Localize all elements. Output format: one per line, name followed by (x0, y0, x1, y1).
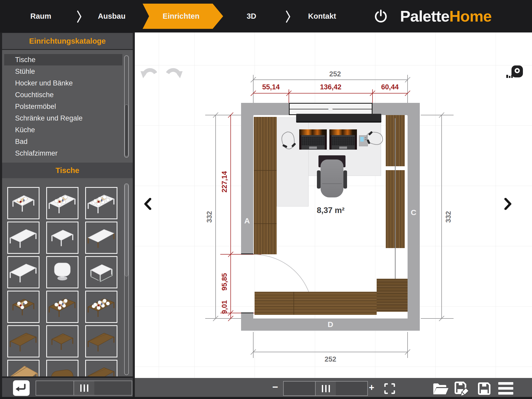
thumb-desk-white-metal-frame[interactable] (85, 256, 117, 288)
sidebar-item-küche[interactable]: Küche (4, 124, 122, 136)
thumb-table-pine-big[interactable] (7, 360, 39, 376)
top-nav-bar: RaumAusbauEinrichten3DKontakt PaletteHom… (0, 0, 532, 32)
chevron-separator-icon (77, 10, 82, 23)
nav-item-einrichten[interactable]: Einrichten (158, 0, 204, 32)
palette-home-app: RaumAusbauEinrichten3DKontakt PaletteHom… (0, 0, 532, 399)
pan-left-arrow[interactable] (144, 198, 152, 210)
save-icon[interactable] (477, 381, 492, 396)
zoom-out-button[interactable]: − (272, 382, 278, 393)
measuring-tape-icon[interactable] (506, 65, 523, 78)
thumbnail-scrollbar-thumb[interactable] (125, 184, 128, 276)
sidebar-item-polstermöbel[interactable]: Polstermöbel (4, 101, 122, 112)
slider-left-cell[interactable] (36, 381, 74, 395)
dimension-label-top_total: 252 (329, 70, 341, 78)
catalog-header-label: Einrichtungskataloge (29, 37, 106, 45)
sidebar-item-stühle[interactable]: Stühle (4, 66, 122, 77)
dimension-line (421, 115, 454, 115)
nav-item-3d[interactable]: 3D (228, 0, 275, 32)
dimension-line (205, 318, 243, 319)
door-jamb-top (241, 254, 253, 254)
sidebar-item-schränke-und-regale[interactable]: Schränke und Regale (4, 112, 122, 124)
thumb-table-wood-long[interactable] (7, 325, 39, 357)
dimension-line (230, 115, 231, 318)
sidebar-bottom-toolbar (2, 378, 133, 397)
redo-icon[interactable] (165, 61, 183, 81)
save-as-icon[interactable] (454, 381, 471, 396)
thumb-table-white-long-2[interactable] (7, 256, 39, 288)
wall-label-a: A (244, 216, 250, 225)
logo-part1: Palette (400, 7, 449, 25)
zoom-slider-left[interactable] (284, 382, 316, 395)
thumb-table-white-rect[interactable] (46, 222, 78, 254)
thumb-table-white-long[interactable] (7, 222, 39, 254)
wall-a[interactable] (241, 115, 253, 254)
dimension-label-left_segments-1: 95,85 (221, 273, 229, 291)
fullscreen-icon[interactable] (384, 383, 395, 394)
sideboard-corner-right[interactable] (377, 279, 408, 312)
nav-item-kontakt[interactable]: Kontakt (299, 0, 345, 32)
dimension-label-left_segments-0: 227,14 (221, 171, 229, 193)
wall-label-d: D (328, 320, 333, 329)
back-button[interactable] (13, 380, 30, 396)
thumb-table-wood-long-3[interactable] (85, 360, 117, 376)
dimension-line (215, 115, 216, 318)
open-folder-icon[interactable] (432, 381, 448, 396)
thumb-table-wood-rounded[interactable] (46, 360, 78, 376)
laptop-1[interactable] (299, 129, 327, 150)
dimension-line (253, 332, 254, 358)
dimension-line (441, 115, 442, 318)
menu-icon[interactable] (498, 382, 513, 395)
dimension-line (253, 352, 408, 352)
wall-shelf[interactable] (296, 114, 381, 123)
zoom-slider[interactable] (283, 381, 368, 396)
headset-left[interactable] (278, 129, 298, 152)
headset-right[interactable] (363, 127, 387, 149)
thumb-table-wood-long-2[interactable] (85, 325, 117, 357)
nav-item-ausbau[interactable]: Ausbau (88, 0, 135, 32)
dimension-line (407, 332, 408, 358)
zoom-slider-right[interactable] (336, 382, 367, 395)
thumb-table-white-wood-legs[interactable] (85, 222, 117, 254)
slider-grip[interactable] (74, 381, 94, 395)
furniture-thumbnail-grid (2, 179, 133, 376)
wall-label-c: C (411, 208, 416, 217)
wall-a-lower[interactable] (241, 313, 253, 318)
laptop-2[interactable] (329, 129, 357, 150)
door-jamb-bottom (241, 312, 253, 313)
dimension-label-top_segments-1: 136,42 (320, 83, 342, 91)
dimension-label-top_segments-0: 55,14 (262, 83, 280, 91)
thumb-table-wood-set-6[interactable] (46, 291, 78, 323)
thumb-table-wood-set-4[interactable] (7, 291, 39, 323)
slider-right-cell[interactable] (94, 381, 132, 395)
thumb-table-white-set-4[interactable] (7, 187, 39, 219)
dimension-label-top_segments-2: 60,44 (381, 83, 399, 91)
office-chair[interactable] (317, 155, 347, 198)
power-icon[interactable] (374, 9, 388, 23)
dimension-line (205, 115, 243, 115)
sidebar-item-schlafzimmer[interactable]: Schlafzimmer (4, 148, 122, 159)
sidebar: Einrichtungskataloge TischeStühleHocker … (0, 32, 135, 399)
dimension-line (421, 318, 454, 319)
room-area-label: 8,37 m² (317, 206, 345, 215)
nav-item-raum[interactable]: Raum (17, 0, 64, 32)
thumb-table-white-set-8[interactable] (85, 187, 117, 219)
pan-right-arrow[interactable] (504, 198, 512, 210)
sidebar-item-couchtische[interactable]: Couchtische (4, 89, 122, 101)
wardrobe-left[interactable] (254, 117, 277, 254)
logo-part2: Home (449, 7, 492, 25)
thumb-table-wood-rect[interactable] (46, 325, 78, 357)
thumb-table-white-pedestal[interactable] (46, 256, 78, 288)
thumb-table-wood-set-8[interactable] (85, 291, 117, 323)
sidebar-item-bad[interactable]: Bad (4, 136, 122, 147)
undo-icon[interactable] (140, 61, 158, 81)
catalog-header: Einrichtungskataloge (2, 33, 133, 49)
catalog-page-slider[interactable] (36, 381, 132, 396)
sideboard-bottom[interactable] (255, 292, 377, 315)
sidebar-item-tische[interactable]: Tische (4, 54, 122, 65)
dimension-label-bottom_total: 252 (324, 355, 336, 363)
thumb-table-white-set-6[interactable] (46, 187, 78, 219)
zoom-slider-grip[interactable] (316, 382, 336, 395)
category-scrollbar-thumb[interactable] (125, 104, 128, 156)
zoom-in-button[interactable]: + (369, 382, 374, 393)
sidebar-item-hocker-und-bänke[interactable]: Hocker und Bänke (4, 77, 122, 89)
